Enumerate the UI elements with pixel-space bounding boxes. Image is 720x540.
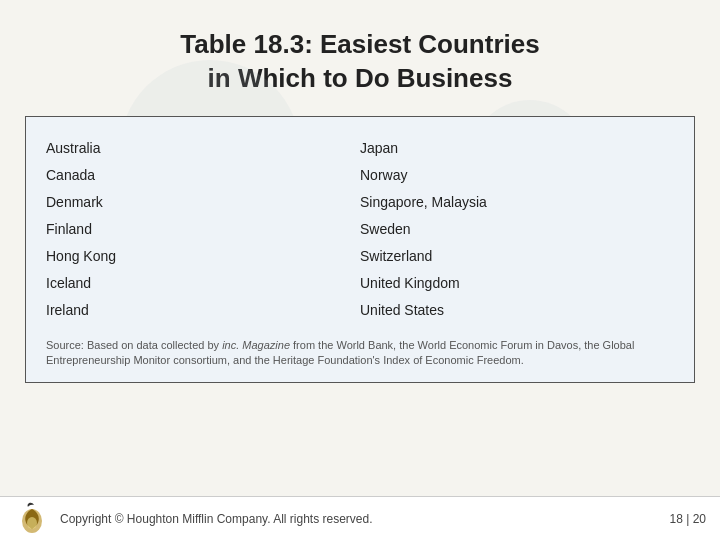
list-item: United Kingdom — [360, 270, 674, 297]
title-line2: in Which to Do Business — [208, 63, 513, 93]
list-item: United States — [360, 297, 674, 324]
houghton-mifflin-logo — [14, 501, 50, 537]
footer: Copyright © Houghton Mifflin Company. Al… — [0, 496, 720, 540]
list-item: Australia — [46, 135, 360, 162]
page-container: Table 18.3: Easiest Countries in Which t… — [0, 0, 720, 540]
list-item: Switzerland — [360, 243, 674, 270]
title-area: Table 18.3: Easiest Countries in Which t… — [180, 28, 539, 96]
list-item: Finland — [46, 216, 360, 243]
right-column: Japan Norway Singapore, Malaysia Sweden … — [360, 135, 674, 324]
page-number: 18 | 20 — [670, 512, 706, 526]
page-title: Table 18.3: Easiest Countries in Which t… — [180, 28, 539, 96]
list-item: Singapore, Malaysia — [360, 189, 674, 216]
list-item: Canada — [46, 162, 360, 189]
list-item: Sweden — [360, 216, 674, 243]
countries-grid: Australia Canada Denmark Finland Hong Ko… — [46, 135, 674, 324]
title-line1: Table 18.3: Easiest Countries — [180, 29, 539, 59]
svg-point-1 — [27, 517, 37, 529]
list-item: Ireland — [46, 297, 360, 324]
list-item: Hong Kong — [46, 243, 360, 270]
source-magazine: inc. Magazine — [222, 339, 290, 351]
list-item: Norway — [360, 162, 674, 189]
copyright-text: Copyright © Houghton Mifflin Company. Al… — [60, 512, 373, 526]
source-note: Source: Based on data collected by inc. … — [46, 338, 674, 369]
list-item: Japan — [360, 135, 674, 162]
footer-left: Copyright © Houghton Mifflin Company. Al… — [14, 501, 373, 537]
left-column: Australia Canada Denmark Finland Hong Ko… — [46, 135, 360, 324]
list-item: Iceland — [46, 270, 360, 297]
countries-table: Australia Canada Denmark Finland Hong Ko… — [25, 116, 695, 384]
list-item: Denmark — [46, 189, 360, 216]
source-prefix: Source: Based on data collected by — [46, 339, 222, 351]
